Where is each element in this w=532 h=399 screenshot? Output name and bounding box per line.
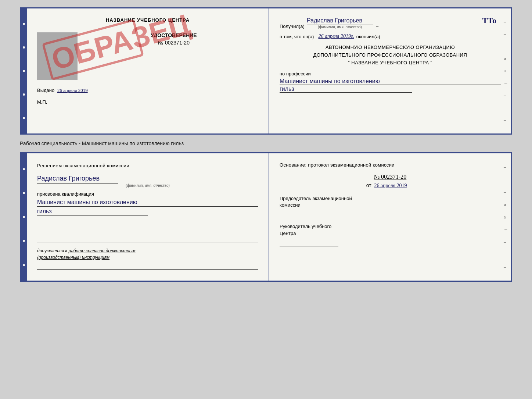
- issued-prefix: Выдано: [37, 88, 54, 93]
- qualification-prefix: присвоена квалификация: [37, 191, 258, 197]
- director-label: Руководитель учебного Центра: [280, 223, 501, 236]
- bottom-right-side-dashes: – – – и а ← – – –: [504, 153, 508, 281]
- bottom-name-subtext: (фамилия, имя, отчество): [37, 184, 258, 188]
- basis-title: Основание: протокол экзаменационной коми…: [280, 162, 501, 168]
- bottom-right-page: Основание: протокол экзаменационной коми…: [269, 153, 511, 281]
- photo-placeholder: [37, 32, 78, 80]
- org-line3: " НАЗВАНИЕ УЧЕБНОГО ЦЕНТРА ": [280, 59, 501, 67]
- bottom-binding: [21, 153, 27, 281]
- profession-block: по профессии Машинист машины по изготовл…: [280, 71, 501, 93]
- completed-line: в том, что он(а) 26 апреля 2019г. окончи…: [280, 33, 501, 39]
- blank-line-3: [37, 236, 258, 242]
- top-right-page: TTo Получил(а) Радислав Григорьев (фамил…: [269, 8, 511, 133]
- bottom-document-spread: Решением экзаменационной комиссии Радисл…: [20, 152, 512, 282]
- received-line: Получил(а) Радислав Григорьев (фамилия, …: [280, 17, 501, 29]
- top-binding: [21, 8, 27, 133]
- completed-suffix: окончил(а): [356, 34, 380, 39]
- received-prefix: Получил(а): [280, 24, 305, 29]
- qualification-line1: Машинист машины по изготовлению: [37, 198, 258, 207]
- completed-prefix: в том, что он(а): [280, 34, 314, 39]
- qualification-line2: гильз: [37, 207, 148, 216]
- date-prefix: от: [366, 182, 371, 188]
- cert-label: УДОСТОВЕРЕНИЕ: [89, 32, 258, 38]
- name-subtext-top: (фамилия, имя, отчество): [318, 25, 362, 29]
- recipient-name: Радислав Григорьев: [307, 17, 373, 25]
- profession-label: по профессии: [280, 71, 501, 76]
- blank-line-1: [37, 220, 258, 226]
- chairman-signature-line: [280, 211, 338, 218]
- admission-text: допускается к работе согласно должностны…: [37, 247, 258, 261]
- bottom-left-page: Решением экзаменационной комиссии Радисл…: [27, 153, 269, 281]
- blank-line-4: [37, 264, 258, 270]
- chairman-label: Председатель экзаменационной комиссии: [280, 195, 501, 209]
- profession-value2: гильз: [280, 86, 412, 93]
- protocol-number: № 002371-20: [280, 174, 501, 180]
- mp-label: М.П.: [37, 99, 258, 105]
- admission-prefix: допускается к: [37, 248, 67, 253]
- protocol-date: от 26 апреля 2019 –: [280, 182, 501, 189]
- separator-label: Рабочая специальность - Машинист машины …: [20, 140, 184, 146]
- org-block: АВТОНОМНУЮ НЕКОММЕРЧЕСКУЮ ОРГАНИЗАЦИЮ ДО…: [280, 44, 501, 67]
- decision-text: Решением экзаменационной комиссии: [37, 162, 258, 170]
- name-block: Радислав Григорьев (фамилия, имя, отчест…: [37, 175, 258, 188]
- org-line2: ДОПОЛНИТЕЛЬНОГО ПРОФЕССИОНАЛЬНОГО ОБРАЗО…: [280, 51, 501, 59]
- profession-value1: Машинист машины по изготовлению: [280, 78, 501, 85]
- document-container: НАЗВАНИЕ УЧЕБНОГО ЦЕНТРА УДОСТОВЕРЕНИЕ №…: [20, 7, 512, 282]
- top-left-page: НАЗВАНИЕ УЧЕБНОГО ЦЕНТРА УДОСТОВЕРЕНИЕ №…: [27, 8, 269, 133]
- right-side-dashes: – – – и а ← – – –: [504, 8, 508, 133]
- admission-underline: работе согласно должностным: [68, 248, 135, 253]
- top-document-spread: НАЗВАНИЕ УЧЕБНОГО ЦЕНТРА УДОСТОВЕРЕНИЕ №…: [20, 7, 512, 135]
- bottom-name: Радислав Григорьев: [37, 175, 118, 184]
- top-left-title: НАЗВАНИЕ УЧЕБНОГО ЦЕНТРА: [37, 17, 258, 23]
- tto-mark: TTo: [482, 16, 496, 25]
- org-line1: АВТОНОМНУЮ НЕКОММЕРЧЕСКУЮ ОРГАНИЗАЦИЮ: [280, 44, 501, 51]
- director-signature-line: [280, 240, 338, 246]
- completed-date: 26 апреля 2019г.: [318, 33, 354, 39]
- blank-line-2: [37, 228, 258, 234]
- issued-date: 26 апреля 2019: [57, 88, 88, 93]
- issued-line: Выдано 26 апреля 2019: [37, 88, 258, 93]
- cert-number: № 002371-20: [89, 40, 258, 46]
- date-value: 26 апреля 2019: [374, 183, 407, 188]
- admission-underline2: (производственным) инструкциям: [37, 255, 109, 260]
